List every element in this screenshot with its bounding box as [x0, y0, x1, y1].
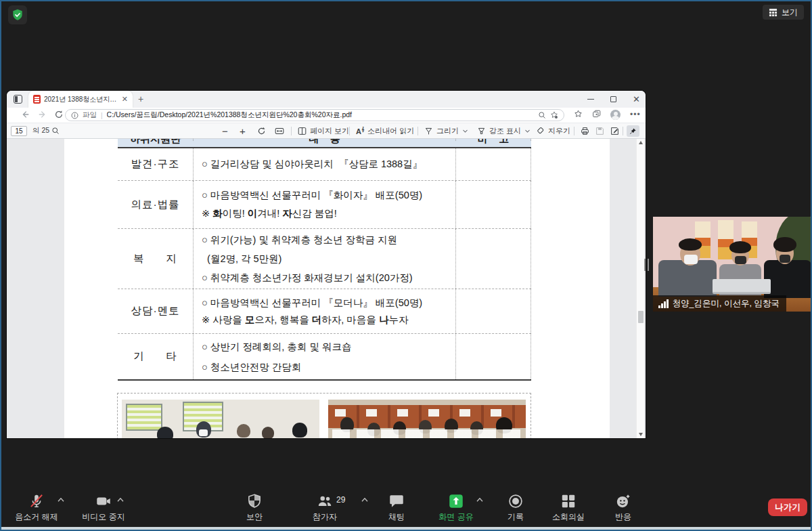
- person: [764, 260, 811, 298]
- info-icon[interactable]: [71, 112, 78, 119]
- tab-strip: 2021년 1388청소년지원단 총회 ✕ + ✕: [7, 91, 646, 108]
- rotate-button[interactable]: [257, 123, 266, 138]
- table-row: 발견·구조 ○ 길거리상담 및 심야아웃리치 『상담로 1388길』: [118, 148, 531, 181]
- security-button[interactable]: 보안: [224, 492, 285, 523]
- page-view-label: 페이지 보기: [310, 126, 349, 136]
- save-button[interactable]: [595, 123, 604, 138]
- pdf-content-area: 하위지원단 내 용 비 고 발견·구조 ○ 길거리상담 및 심야아웃리치 『상담…: [7, 139, 646, 438]
- scrollbar-thumb[interactable]: [638, 311, 644, 323]
- document-table: 하위지원단 내 용 비 고 발견·구조 ○ 길거리상담 및 심야아웃리치 『상담…: [118, 139, 531, 381]
- draw-icon: [424, 127, 433, 135]
- view-button[interactable]: 보기: [763, 5, 804, 20]
- table-header-row: 하위지원단 내 용 비 고: [118, 139, 531, 148]
- address-bar[interactable]: 파일 | C:/Users/꿈드림/Desktop/2021년%201388청소…: [65, 109, 564, 121]
- security-label: 보안: [224, 511, 285, 523]
- signal-strength-icon: [658, 299, 669, 308]
- chevron-up-icon[interactable]: [117, 497, 125, 503]
- collections-icon[interactable]: [592, 110, 601, 119]
- participant-name-label: 청양_김은미, 이선우, 임창국: [653, 295, 786, 312]
- row-category: 의료·법률: [118, 181, 193, 228]
- scroll-down-icon[interactable]: [639, 433, 643, 436]
- row-note: [456, 148, 531, 180]
- table-line: ○ 마음방역백신 선물꾸러미 『화이자』 배포(50명): [202, 186, 453, 205]
- pin-toolbar-button[interactable]: [627, 125, 639, 137]
- browser-tab[interactable]: 2021년 1388청소년지원단 총회 ✕: [28, 91, 133, 108]
- tab-actions-icon[interactable]: [14, 95, 22, 104]
- page-number-input[interactable]: [11, 126, 27, 136]
- participants-label: 참가자: [294, 511, 355, 523]
- address-row: 파일 | C:/Users/꿈드림/Desktop/2021년%201388청소…: [7, 108, 646, 123]
- tab-title: 2021년 1388청소년지원단 총회: [44, 95, 118, 104]
- participants-icon: [316, 492, 334, 510]
- reactions-label: 반응: [593, 511, 654, 523]
- save-as-icon: [610, 127, 619, 135]
- meeting-toolbar: 음소거 해제 비디오 중지 보안 참가자: [1, 490, 811, 527]
- record-button[interactable]: 기록: [485, 492, 546, 523]
- chat-icon: [388, 492, 405, 510]
- record-label: 기록: [485, 511, 546, 523]
- zoom-in-button[interactable]: +: [240, 123, 246, 138]
- new-tab-button[interactable]: +: [138, 93, 143, 104]
- header-col-category: 하위지원단: [118, 139, 193, 141]
- photo-right: [328, 400, 526, 438]
- collections-star-icon[interactable]: [574, 110, 583, 119]
- read-aloud-button[interactable]: A𝄞 소리내어 읽기: [356, 123, 414, 138]
- address-divider: |: [101, 112, 103, 119]
- scroll-up-icon[interactable]: [639, 141, 643, 144]
- pdf-scrollbar[interactable]: [636, 139, 644, 438]
- pdf-page: 하위지원단 내 용 비 고 발견·구조 ○ 길거리상담 및 심야아웃리치 『상담…: [64, 139, 610, 438]
- profile-avatar[interactable]: [610, 110, 621, 120]
- save-as-button[interactable]: [610, 123, 619, 138]
- highlight-label: 강조 표시: [489, 126, 521, 136]
- tab-close-icon[interactable]: ✕: [122, 95, 128, 104]
- print-icon: [581, 127, 589, 135]
- favorites-gear-icon[interactable]: [550, 111, 558, 119]
- video-panel-handle[interactable]: [644, 259, 649, 271]
- page-view-button[interactable]: 페이지 보기: [298, 123, 349, 138]
- erase-label: 지우기: [548, 126, 570, 136]
- maximize-icon[interactable]: [610, 96, 616, 102]
- stop-video-button[interactable]: 비디오 중지: [73, 492, 134, 523]
- table-line: ※ 사랑을 모으자, 행복을 더하자, 마음을 나누자: [202, 312, 453, 328]
- fit-width-icon: [275, 127, 284, 135]
- refresh-icon[interactable]: [54, 110, 64, 119]
- zoom-page-icon[interactable]: [538, 111, 546, 119]
- rotate-icon: [257, 127, 266, 135]
- minimize-icon[interactable]: [587, 99, 594, 100]
- chevron-down-icon: [462, 128, 468, 134]
- highlight-button[interactable]: 강조 표시: [477, 123, 531, 138]
- table-line: ○ 취약계층 청소년가정 화재경보기 설치(20가정): [202, 268, 453, 287]
- participants-button[interactable]: 참가자: [294, 492, 355, 523]
- chevron-up-icon[interactable]: [58, 497, 65, 503]
- forward-icon[interactable]: [38, 110, 47, 119]
- video-camera-icon: [95, 492, 112, 510]
- chat-button[interactable]: 채팅: [366, 492, 427, 523]
- grid-view-icon: [769, 8, 777, 17]
- search-icon[interactable]: [51, 127, 60, 135]
- header-col-note: 비 고: [456, 139, 531, 141]
- reactions-button[interactable]: 반응: [593, 492, 654, 523]
- erase-icon: [536, 127, 545, 135]
- security-shield-icon: [246, 492, 263, 510]
- leave-meeting-button[interactable]: 나가기: [768, 498, 807, 516]
- chevron-up-icon[interactable]: [476, 497, 484, 503]
- erase-button[interactable]: 지우기: [536, 123, 570, 138]
- draw-button[interactable]: 그리기: [424, 123, 468, 138]
- person: [658, 260, 717, 297]
- zoom-out-button[interactable]: −: [222, 123, 228, 138]
- fit-width-button[interactable]: [275, 123, 284, 138]
- back-icon[interactable]: [20, 110, 30, 119]
- close-icon[interactable]: ✕: [633, 95, 640, 104]
- reactions-icon: [614, 492, 632, 510]
- participant-video-thumbnail[interactable]: 청양_김은미, 이선우, 임창국: [653, 217, 812, 312]
- breakout-rooms-label: 소회의실: [538, 511, 599, 523]
- breakout-rooms-icon: [560, 492, 577, 510]
- table-line: ○ 길거리상담 및 심야아웃리치 『상담로 1388길』: [202, 158, 453, 171]
- participants-count: 29: [336, 495, 345, 505]
- page-total-label: 의 25: [32, 126, 49, 135]
- breakout-rooms-button[interactable]: 소회의실: [538, 492, 599, 523]
- print-button[interactable]: [581, 123, 589, 138]
- save-icon: [595, 127, 604, 135]
- meeting-security-badge[interactable]: [8, 5, 27, 24]
- more-menu-icon[interactable]: •••: [630, 110, 641, 120]
